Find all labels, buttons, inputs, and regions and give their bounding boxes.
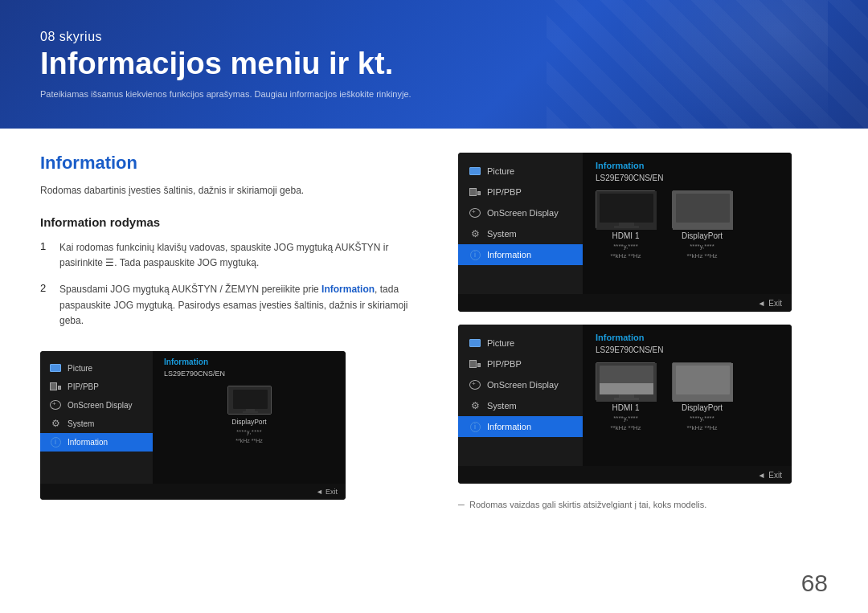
dots-dp-bottom: ****y,****	[690, 415, 714, 422]
previews-right-bottom: HDMI 1 ****y,**** **kHz **Hz	[596, 362, 779, 431]
info-title-small: Information	[164, 358, 334, 366]
preview-screen-small	[227, 386, 272, 415]
preview-hdmi1-bottom: HDMI 1 ****y,**** **kHz **Hz	[596, 362, 656, 431]
svg-rect-20	[690, 398, 715, 400]
step-text-1: Kai rodomas funkcinių klavišų vadovas, s…	[59, 240, 426, 271]
screen-hdmi1-svg	[596, 191, 657, 230]
svg-rect-19	[695, 394, 710, 398]
svg-rect-10	[695, 223, 710, 226]
screen-hdmi1-bottom	[596, 362, 656, 401]
menu-item-information-active: i Information	[40, 433, 153, 452]
bot-picture-icon	[469, 339, 481, 347]
large-info-icon: i	[469, 251, 481, 259]
svg-rect-16	[614, 398, 639, 400]
info-icon: i	[50, 438, 61, 446]
menu-large-system: System	[458, 223, 583, 244]
menu-item-osd: OnScreen Display	[40, 396, 153, 415]
screen-dp-bottom	[672, 362, 732, 401]
svg-rect-15	[619, 394, 634, 398]
main-area-right-bottom: Information LS29E790CNS/EN	[583, 325, 792, 466]
pip-icon	[50, 382, 61, 390]
exit-right-bottom: ◄ Exit	[757, 471, 782, 480]
preview-freq-small: **kHz **Hz	[235, 438, 262, 443]
bot-info-icon: i	[469, 423, 481, 431]
svg-rect-6	[619, 223, 634, 226]
footer-right-top: ◄ Exit	[458, 294, 792, 312]
label-hdmi1-bottom: HDMI 1	[612, 403, 640, 412]
left-column: Information Rodomas dabartinis įvesties …	[40, 153, 426, 509]
large-picture-icon	[469, 167, 481, 175]
monitor-screenshot-small: Picture PIP/PBP	[40, 351, 346, 500]
subsection-title: Information rodymas	[40, 215, 426, 229]
screen-hdmi1-bot-svg	[596, 363, 657, 402]
preview-dp-bottom: DisplayPort ****y,**** **kHz **Hz	[672, 362, 732, 431]
menu-bot-system: System	[458, 395, 583, 416]
svg-rect-18	[676, 366, 730, 394]
freq-hdmi1-top: **kHz **Hz	[610, 252, 641, 260]
svg-rect-14	[600, 383, 653, 394]
exit-right-top: ◄ Exit	[757, 299, 782, 308]
main-area-right-top: Information LS29E790CNS/EN	[583, 153, 792, 294]
label-dp-bottom: DisplayPort	[682, 403, 723, 412]
large-pip-icon	[469, 188, 481, 196]
svg-rect-7	[614, 226, 639, 228]
steps-list: 1 Kai rodomas funkcinių klavišų vadovas,…	[40, 240, 426, 329]
header-banner: 08 skyrius Informacijos meniu ir kt. Pat…	[0, 0, 868, 129]
monitor-sidebar-small: Picture PIP/PBP	[40, 351, 153, 484]
previews-right-top: HDMI 1 ****y,**** **kHz **Hz	[596, 190, 779, 260]
screen-dp-svg	[673, 191, 733, 230]
menu-item-picture: Picture	[40, 359, 153, 378]
svg-rect-1	[233, 390, 268, 409]
section-description: Rodomas dabartinis įvesties šaltinis, da…	[40, 183, 426, 198]
exit-arrow-icon: ◄	[316, 488, 323, 496]
bot-osd-icon	[469, 381, 481, 389]
menu-large-picture: Picture	[458, 161, 583, 182]
menu-large-pip: PIP/PBP	[458, 182, 583, 202]
info-model-right-bottom: LS29E790CNS/EN	[596, 345, 779, 354]
svg-rect-11	[690, 226, 715, 228]
freq-dp-bottom: **kHz **Hz	[686, 424, 717, 431]
right-column: Picture PIP/PBP	[458, 153, 828, 509]
label-hdmi1-top: HDMI 1	[612, 231, 640, 240]
preview-single: DisplayPort ****y,**** **kHz **Hz	[164, 386, 334, 443]
monitor-main-area-small: Information LS29E790CNS/EN	[153, 351, 346, 484]
chapter-label: 08 skyrius	[40, 30, 828, 44]
exit-arrow-bottom: ◄	[757, 471, 765, 480]
monitor-screenshot-right-top: Picture PIP/PBP	[458, 153, 792, 312]
info-model-small: LS29E790CNS/EN	[164, 370, 334, 378]
step-1: 1 Kai rodomas funkcinių klavišų vadovas,…	[40, 240, 426, 271]
menu-bot-osd: OnScreen Display	[458, 374, 583, 395]
menu-bot-pip: PIP/PBP	[458, 353, 583, 374]
information-highlight: Information	[321, 284, 375, 295]
menu-bot-info-active: i Information	[458, 416, 583, 437]
section-title: Information	[40, 153, 426, 174]
preview-hdmi1-top: HDMI 1 ****y,**** **kHz **Hz	[596, 190, 656, 260]
dots-dp-top: ****y,****	[690, 243, 714, 250]
header-subtitle: Pateikiamas išsamus kiekvienos funkcijos…	[40, 89, 828, 99]
monitor-footer-small: ◄ Exit	[40, 484, 346, 500]
step-2: 2 Spausdami JOG mygtuką AUKŠTYN / ŽEMYN …	[40, 282, 426, 329]
large-system-icon	[469, 230, 481, 238]
large-osd-icon	[469, 209, 481, 217]
info-title-right-bottom: Information	[596, 333, 779, 342]
freq-dp-top: **kHz **Hz	[686, 252, 717, 260]
menu-item-pip: PIP/PBP	[40, 378, 153, 396]
note-text: Rodomas vaizdas gali skirtis atsižvelgia…	[458, 500, 828, 509]
step-number-1: 1	[40, 240, 51, 252]
page-title: Informacijos meniu ir kt.	[40, 47, 828, 81]
info-model-right-top: LS29E790CNS/EN	[596, 174, 779, 182]
menu-large-info-active: i Information	[458, 244, 583, 265]
screen-dp-bot-svg	[673, 363, 733, 402]
dots-hdmi1-top: ****y,****	[613, 243, 638, 250]
preview-dots-small: ****y,****	[236, 429, 262, 435]
svg-rect-5	[600, 194, 653, 223]
step-number-2: 2	[40, 282, 51, 294]
svg-rect-9	[676, 194, 730, 223]
bot-pip-icon	[469, 360, 481, 368]
screen-hdmi1-top	[596, 190, 656, 229]
dots-hdmi1-bottom: ****y,****	[613, 415, 638, 422]
svg-rect-3	[243, 411, 258, 413]
picture-icon	[50, 364, 61, 372]
page-number: 68	[801, 570, 828, 597]
label-dp-top: DisplayPort	[682, 231, 723, 240]
